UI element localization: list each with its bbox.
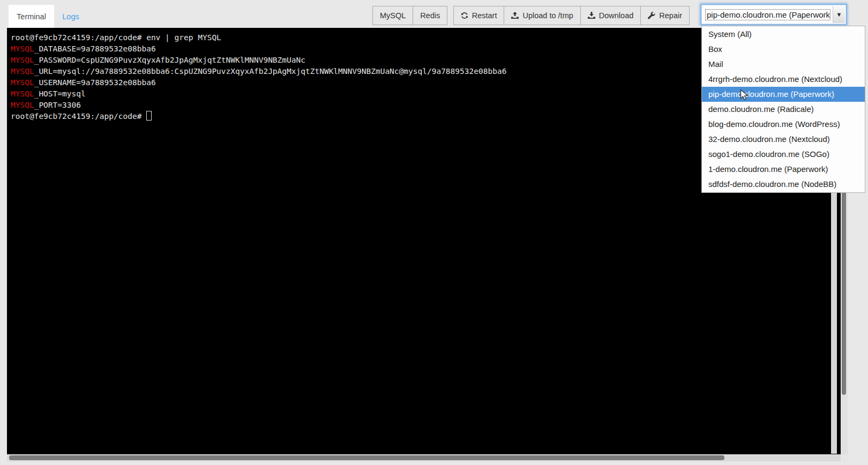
redis-button[interactable]: Redis (413, 6, 447, 25)
app-select-option[interactable]: sogo1-demo.cloudron.me (SOGo) (702, 147, 865, 162)
button-label: Redis (420, 11, 440, 20)
app-select-dropdown: System (All)BoxMail4rrgrh-demo.cloudron.… (701, 26, 865, 193)
action-button-group: RestartUpload to /tmpDownloadRepair (453, 6, 690, 25)
tab-logs[interactable]: Logs (54, 5, 87, 28)
app-select-option[interactable]: 1-demo.cloudron.me (Paperwork) (702, 162, 865, 177)
chevron-down-icon[interactable]: ▼ (833, 6, 845, 23)
upload-icon (511, 12, 519, 19)
app-select-option[interactable]: sdfdsf-demo.cloudron.me (NodeBB) (702, 177, 865, 192)
app-select-value: pip-demo.cloudron.me (Paperwork (706, 10, 830, 20)
scrollbar-corner (841, 454, 848, 461)
download-button[interactable]: Download (580, 6, 641, 25)
button-label: Download (599, 11, 634, 20)
app-select-option[interactable]: System (All) (702, 27, 865, 42)
mysql-button[interactable]: MySQL (372, 6, 413, 25)
terminal-page: Terminal Logs MySQLRedis RestartUpload t… (0, 0, 868, 465)
repair-icon (648, 12, 655, 19)
app-select-option[interactable]: blog-demo.cloudron.me (WordPress) (702, 117, 865, 132)
app-select-option[interactable]: 4rrgrh-demo.cloudron.me (Nextcloud) (702, 72, 865, 87)
app-select-option[interactable]: demo.cloudron.me (Radicale) (702, 102, 865, 117)
restart-button[interactable]: Restart (453, 6, 505, 25)
tab-terminal[interactable]: Terminal (9, 5, 54, 28)
button-label: Repair (659, 11, 682, 20)
button-label: Restart (472, 11, 497, 20)
app-select-option[interactable]: Box (702, 42, 865, 57)
button-label: Upload to /tmp (522, 11, 573, 20)
tab-terminal-label: Terminal (17, 12, 46, 21)
repair-button[interactable]: Repair (640, 6, 690, 25)
tab-logs-label: Logs (62, 12, 79, 21)
app-select-option[interactable]: 32-demo.cloudron.me (Nextcloud) (702, 132, 865, 147)
download-icon (588, 12, 595, 19)
app-select[interactable]: pip-demo.cloudron.me (Paperwork ▼ (701, 4, 847, 25)
terminal-cursor (146, 111, 152, 121)
upload-to-tmp-button[interactable]: Upload to /tmp (504, 6, 580, 25)
db-button-group: MySQLRedis (372, 6, 447, 25)
app-select-option[interactable]: pip-demo.cloudron.me (Paperwork) (702, 87, 865, 102)
app-select-option[interactable]: Mail (702, 57, 865, 72)
button-label: MySQL (380, 11, 406, 20)
horizontal-scrollbar-thumb[interactable] (9, 455, 724, 460)
terminal-text: root@fe9cb72c4159:/app/code# env | grep … (11, 32, 506, 122)
restart-icon (461, 12, 468, 19)
